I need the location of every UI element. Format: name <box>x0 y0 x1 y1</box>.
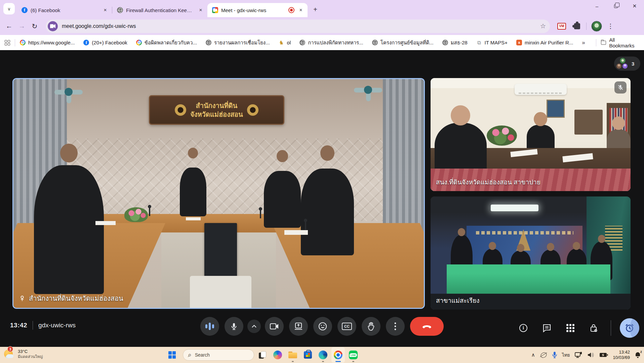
bookmark-minxin[interactable]: aminxin Air Purifier R... <box>516 40 573 45</box>
alarm-clock-extension-button[interactable] <box>620 318 639 338</box>
microsoft-store-button[interactable] <box>301 347 315 363</box>
activities-button[interactable] <box>563 321 578 335</box>
tile-label-text: สนง.ที่ดินจังหวัดแม่ฮ่องสอน สาขาปาย <box>436 177 540 187</box>
tab-label: (6) Facebook <box>31 7 99 13</box>
more-options-button[interactable] <box>386 317 405 336</box>
window-controls <box>588 0 644 12</box>
tab-close-icon[interactable] <box>102 7 109 13</box>
participant-avatars <box>616 58 630 70</box>
address-bar[interactable]: meet.google.com/gdx-uwic-rws <box>46 20 550 33</box>
tab-close-icon[interactable] <box>297 7 304 13</box>
extensions-puzzle-icon[interactable] <box>574 23 580 29</box>
profile-avatar[interactable] <box>591 21 602 32</box>
audio-settings-chevron-button[interactable] <box>247 320 261 333</box>
apps-grid-icon[interactable] <box>5 40 10 45</box>
bookmark-google[interactable]: https://www.google... <box>20 40 75 45</box>
person-silhouette <box>264 150 301 228</box>
meet-stage: 3 สำนักงานที่ดินจังหวัดแม่ฮ่องสอน <box>0 50 644 347</box>
sign-line2: จังหวัดแม่ฮ่องสอน <box>190 111 243 118</box>
tray-overflow-icon[interactable] <box>531 352 535 358</box>
task-view-button[interactable] <box>256 347 269 363</box>
person-silhouette <box>34 152 104 294</box>
bookmark-report[interactable]: รายงานผลการเชื่อมโยง... <box>206 39 270 47</box>
chrome-button[interactable] <box>331 347 345 363</box>
bookmark-star-icon[interactable] <box>540 22 546 30</box>
meet-favicon-icon <box>212 7 218 13</box>
mic-button[interactable] <box>225 317 243 336</box>
task-view-icon <box>259 351 266 359</box>
reactions-button[interactable] <box>313 317 332 336</box>
file-explorer-button[interactable] <box>286 347 299 363</box>
tab-search-button[interactable] <box>3 3 15 14</box>
close-button[interactable] <box>625 0 644 12</box>
tray-time: 13:42 <box>619 350 630 355</box>
audio-activity-button[interactable] <box>200 317 219 336</box>
tray-clock[interactable]: 13:42 10/03/69 <box>613 350 630 361</box>
volume-icon[interactable] <box>587 352 595 358</box>
weather-widget[interactable]: 3 33°C มีแดดส่วนใหญ่ <box>3 348 43 360</box>
all-bookmarks-button[interactable]: All Bookmarks <box>609 37 639 48</box>
line-button[interactable]: LINE <box>347 347 360 363</box>
captions-button[interactable]: CC <box>337 317 356 336</box>
start-button[interactable] <box>165 348 179 362</box>
store-icon <box>304 351 312 359</box>
toolbar-divider <box>586 23 587 30</box>
minimize-button[interactable] <box>588 0 606 12</box>
bookmark-error-page[interactable]: ข้อผิดพลาดเกี่ยวกับคว... <box>136 39 197 47</box>
tab-close-icon[interactable] <box>197 7 204 13</box>
bookmarks-overflow-icon[interactable] <box>582 39 585 46</box>
meeting-details-button[interactable]: i <box>516 321 531 335</box>
activities-grid-icon <box>566 324 574 332</box>
participants-badge[interactable]: 3 <box>614 57 640 71</box>
vm-extension-icon[interactable]: VM <box>557 23 566 30</box>
info-icon: i <box>519 324 527 332</box>
bookmark-msth28[interactable]: มสธ-28 <box>442 39 468 47</box>
tab-meet-active[interactable]: Meet - gdx-uwic-rws <box>207 3 308 17</box>
maesariang-tile-label: สาขาแม่สะเรียง <box>436 295 480 305</box>
fluorescent-light <box>491 205 539 211</box>
tab-label: Meet - gdx-uwic-rws <box>221 7 285 13</box>
camera-icon <box>270 323 279 330</box>
globe-favicon-icon <box>117 7 123 13</box>
copilot-button[interactable] <box>271 347 284 363</box>
battery-charging-icon[interactable] <box>599 352 608 358</box>
tab-firewall[interactable]: Firewall Authentication Keepaliv <box>112 3 207 17</box>
host-controls-button[interactable] <box>587 321 601 335</box>
end-call-button[interactable] <box>410 317 444 336</box>
divider <box>33 321 33 330</box>
bookmark-military-coords[interactable]: การแปลงพิกัดทางทหาร... <box>299 39 363 47</box>
search-placeholder: Search <box>195 352 210 358</box>
taskbar-search[interactable]: Search <box>183 349 254 361</box>
language-indicator[interactable]: ไทย <box>562 351 570 359</box>
present-screen-button[interactable] <box>289 317 308 336</box>
video-tile-maesariang[interactable]: สาขาแม่สะเรียง <box>431 196 631 310</box>
video-tile-pai[interactable]: สนง.ที่ดินจังหวัดแม่ฮ่องสอน สาขาปาย <box>431 78 631 191</box>
smiley-icon <box>318 322 327 331</box>
person-silhouette <box>435 105 487 173</box>
camera-button[interactable] <box>265 317 284 336</box>
bookmark-itmaps[interactable]: ⧉IT MAPS+ <box>476 40 508 45</box>
bookmark-label: https://www.google... <box>28 40 75 45</box>
edge-button[interactable] <box>316 347 330 363</box>
forward-button[interactable] <box>15 20 28 33</box>
browser-menu-icon[interactable] <box>607 22 614 30</box>
bookmark-facebook[interactable]: f(20+) Facebook <box>83 40 127 45</box>
network-display-icon[interactable] <box>574 352 582 358</box>
bookmark-land-data-center[interactable]: โครงการศูนย์ข้อมูลที่ดิ... <box>372 39 434 47</box>
bookmark-ol[interactable]: ♞ol <box>279 40 291 45</box>
back-button[interactable] <box>3 20 15 33</box>
chrome-icon <box>334 351 343 359</box>
notification-bell-icon[interactable] <box>635 352 641 358</box>
new-tab-button[interactable] <box>310 4 320 14</box>
reload-button[interactable] <box>28 20 41 33</box>
video-tile-main[interactable]: สำนักงานที่ดินจังหวัดแม่ฮ่องสอน <box>12 78 425 309</box>
raise-hand-button[interactable] <box>362 317 380 336</box>
tray-mic-icon[interactable] <box>552 351 557 359</box>
call-controls: CC <box>200 317 444 336</box>
tab-facebook[interactable]: f (6) Facebook <box>17 3 112 17</box>
orange-app-icon: a <box>516 40 522 45</box>
touchpad-off-icon[interactable] <box>540 352 547 358</box>
restore-button[interactable] <box>606 0 625 12</box>
chat-button[interactable] <box>539 321 554 335</box>
tile-label-text: สาขาแม่สะเรียง <box>436 295 480 305</box>
